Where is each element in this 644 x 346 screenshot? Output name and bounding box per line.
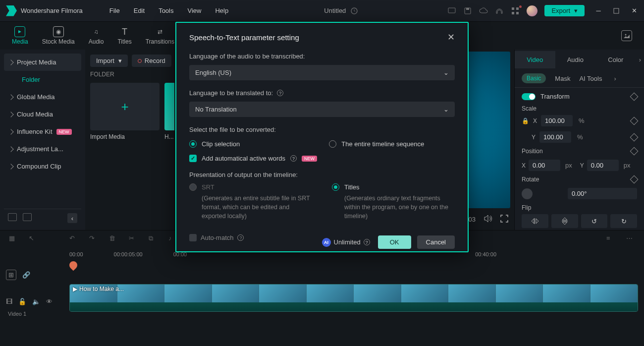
radio-clip-selection[interactable]: Clip selection bbox=[189, 140, 240, 148]
translate-select[interactable]: No Translation ⌄ bbox=[189, 102, 455, 117]
help-icon[interactable]: ? bbox=[237, 234, 244, 241]
radio-entire-timeline[interactable]: The entire timeline sequence bbox=[329, 140, 424, 148]
help-icon[interactable]: ? bbox=[290, 155, 297, 162]
ok-button[interactable]: OK bbox=[378, 235, 411, 249]
language-label: Language of the audio to be transcribed: bbox=[189, 53, 455, 60]
speech-to-text-modal: Speech-to-Text parameter setting ✕ Langu… bbox=[175, 22, 469, 252]
ai-badge-icon: AI bbox=[322, 238, 331, 247]
translate-label: Language to be translated to: ? bbox=[189, 89, 455, 97]
radio-icon bbox=[332, 183, 339, 191]
modal-overlay: Speech-to-Text parameter setting ✕ Langu… bbox=[0, 0, 644, 346]
radio-icon bbox=[329, 140, 336, 148]
help-icon[interactable]: ? bbox=[364, 239, 370, 245]
chevron-down-icon: ⌄ bbox=[443, 69, 449, 76]
modal-title: Speech-to-Text parameter setting bbox=[189, 33, 299, 42]
chevron-down-icon: ⌄ bbox=[443, 106, 449, 113]
cancel-button[interactable]: Cancel bbox=[417, 235, 455, 249]
output-label: Presentation of output on the timeline: bbox=[189, 171, 455, 178]
language-select[interactable]: English (US) ⌄ bbox=[189, 65, 455, 80]
radio-icon bbox=[189, 140, 197, 148]
checkbox-icon: ✓ bbox=[189, 155, 197, 162]
radio-titles[interactable]: Titles bbox=[332, 183, 455, 191]
radio-icon bbox=[189, 183, 197, 191]
srt-description: (Generates an entire subtitle file in SR… bbox=[189, 194, 312, 221]
radio-srt[interactable]: SRT bbox=[189, 183, 312, 191]
help-icon[interactable]: ? bbox=[277, 90, 283, 96]
unlimited-label: Unlimited bbox=[334, 238, 361, 246]
titles-description: (Generates ordinary text fragments withi… bbox=[332, 194, 455, 221]
checkbox-active-words[interactable]: ✓ Add automatical active words ? NEW bbox=[189, 155, 455, 162]
select-file-label: Select the file to be converted: bbox=[189, 126, 455, 133]
modal-close-button[interactable]: ✕ bbox=[447, 32, 455, 43]
new-badge: NEW bbox=[302, 156, 317, 162]
checkbox-icon: ✓ bbox=[189, 234, 197, 241]
